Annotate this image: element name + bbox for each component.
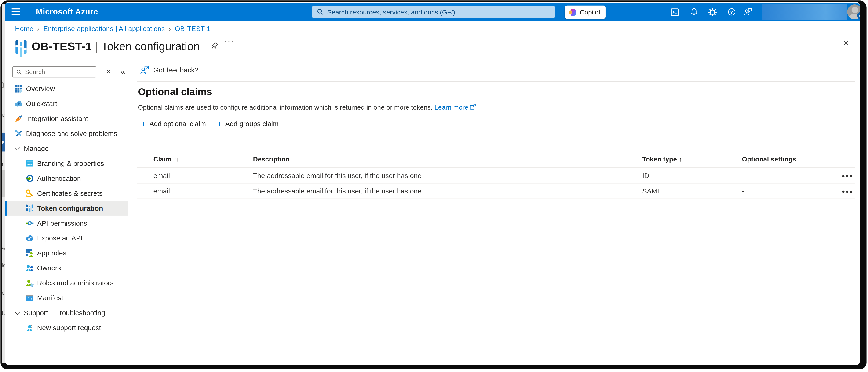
- sort-arrows-icon: ↑↓: [679, 156, 684, 162]
- sidebar-nav: Overview Quickstart: [11, 81, 128, 335]
- svg-text:{ }: { }: [27, 297, 32, 301]
- sidebar-item-overview[interactable]: Overview: [11, 81, 128, 96]
- sidebar-item-authentication[interactable]: Authentication: [11, 171, 128, 186]
- blade-content: Got feedback? Optional claims Optional c…: [137, 2, 856, 365]
- command-bar: + Add optional claim + Add groups claim: [141, 120, 279, 128]
- column-header-description[interactable]: Description: [253, 156, 289, 163]
- cell-optional-settings: -: [742, 172, 744, 180]
- title-separator: |: [95, 40, 98, 52]
- search-icon: [16, 69, 22, 75]
- optional-claims-heading: Optional claims: [138, 86, 212, 98]
- row-context-menu-icon[interactable]: ●●●: [840, 186, 855, 197]
- sidebar-item-label: Integration assistant: [26, 115, 88, 123]
- cell-token-type: ID: [642, 172, 649, 180]
- sidebar-item-label: Manifest: [37, 294, 63, 302]
- plus-icon: +: [141, 120, 146, 128]
- got-feedback-button[interactable]: Got feedback?: [140, 65, 198, 74]
- column-header-optional-settings[interactable]: Optional settings: [742, 156, 796, 163]
- cloud-gear-icon: [26, 234, 34, 242]
- support-person-icon: [26, 324, 34, 332]
- sidebar-item-owners[interactable]: Owners: [11, 261, 128, 275]
- sidebar-item-token-configuration[interactable]: Token configuration: [5, 201, 128, 216]
- chevron-down-icon: [15, 145, 20, 150]
- breadcrumb-home-link[interactable]: Home: [15, 25, 33, 32]
- screenshot-stage: or as t & lo on ta Microsoft Azure: [0, 0, 868, 372]
- browser-www-icon: www: [26, 159, 34, 168]
- sidebar-item-label: Quickstart: [26, 100, 57, 107]
- add-groups-claim-button[interactable]: + Add groups claim: [217, 120, 278, 128]
- cell-claim: email: [153, 188, 170, 195]
- hamburger-menu-icon[interactable]: [9, 6, 24, 18]
- column-header-token-type[interactable]: Token type↑↓: [642, 156, 684, 163]
- azure-brand[interactable]: Microsoft Azure: [36, 7, 98, 16]
- sidebar-search-clear-icon[interactable]: ×: [104, 67, 114, 77]
- api-permissions-icon: [26, 219, 34, 227]
- sidebar-item-integration-assistant[interactable]: Integration assistant: [11, 111, 128, 126]
- sidebar-item-label: Owners: [37, 264, 61, 272]
- sidebar-item-label: Overview: [26, 85, 55, 93]
- sidebar-item-manifest[interactable]: { } Manifest: [11, 290, 128, 305]
- sidebar-section-manage[interactable]: Manage: [11, 141, 128, 156]
- sidebar-collapse-icon[interactable]: «: [118, 66, 128, 76]
- sidebar-item-roles-administrators[interactable]: Roles and administrators: [11, 275, 128, 291]
- sidebar-search-input[interactable]: [25, 68, 96, 75]
- sidebar-item-label: Certificates & secrets: [37, 190, 102, 197]
- sidebar-item-diagnose[interactable]: Diagnose and solve problems: [11, 126, 128, 141]
- cell-token-type: SAML: [642, 188, 661, 195]
- chevron-down-icon: [15, 309, 20, 314]
- column-header-claim[interactable]: Claim↑↓: [153, 156, 179, 163]
- sidebar-item-api-permissions[interactable]: API permissions: [11, 216, 128, 231]
- person-cube-icon: [26, 279, 34, 287]
- sidebar-item-branding-properties[interactable]: www Branding & properties: [11, 156, 128, 171]
- sidebar-item-label: New support request: [37, 324, 101, 332]
- table-row[interactable]: email The addressable email for this use…: [137, 184, 855, 199]
- sidebar-item-label: App roles: [37, 249, 66, 257]
- sidebar-section-label: Support + Troubleshooting: [24, 309, 105, 316]
- cell-description: The addressable email for this user, if …: [253, 172, 422, 180]
- sidebar-item-certificates-secrets[interactable]: Certificates & secrets: [11, 186, 128, 201]
- azure-portal-window: Microsoft Azure Copilot: [5, 2, 860, 365]
- sidebar-item-label: Expose an API: [37, 234, 83, 242]
- got-feedback-label: Got feedback?: [153, 66, 198, 74]
- got-feedback-icon: [140, 65, 150, 74]
- content-divider: [137, 81, 855, 82]
- optional-claims-description: Optional claims are used to configure ad…: [138, 103, 476, 111]
- token-sliders-icon: [26, 204, 34, 212]
- sidebar-item-label: Diagnose and solve problems: [26, 130, 117, 137]
- sidebar-item-quickstart[interactable]: Quickstart: [11, 96, 128, 111]
- learn-more-link[interactable]: Learn more: [434, 103, 468, 111]
- token-configuration-blade-icon: [16, 39, 28, 58]
- cell-claim: email: [153, 172, 170, 180]
- table-row[interactable]: email The addressable email for this use…: [137, 168, 855, 183]
- claims-table-header: Claim↑↓ Description Token type↑↓ Optiona…: [137, 152, 855, 168]
- add-optional-claim-button[interactable]: + Add optional claim: [141, 120, 206, 128]
- row-context-menu-icon[interactable]: ●●●: [840, 170, 855, 181]
- sidebar-item-label: API permissions: [37, 219, 87, 227]
- sidebar-section-support-troubleshooting[interactable]: Support + Troubleshooting: [11, 305, 128, 320]
- cell-optional-settings: -: [742, 188, 744, 195]
- breadcrumb-separator: ›: [37, 25, 39, 32]
- plus-icon: +: [217, 120, 222, 128]
- sidebar-search-box[interactable]: [12, 66, 96, 77]
- sidebar-item-label: Token configuration: [37, 204, 103, 212]
- sidebar-item-expose-an-api[interactable]: Expose an API: [11, 231, 128, 245]
- two-people-icon: [26, 264, 34, 272]
- sidebar-item-new-support-request[interactable]: New support request: [11, 320, 128, 335]
- app-name: OB-TEST-1: [32, 40, 92, 52]
- cell-description: The addressable email for this user, if …: [253, 188, 422, 195]
- cloud-lightning-icon: [14, 100, 23, 108]
- code-window-icon: { }: [26, 294, 34, 302]
- sign-in-icon: [26, 174, 34, 182]
- background-refresh-icon-fragment: [2, 82, 4, 88]
- sidebar-item-label: Roles and administrators: [37, 279, 114, 287]
- background-fragment: t: [2, 162, 3, 168]
- external-link-icon: [470, 103, 476, 110]
- crossed-tools-icon: [14, 130, 23, 138]
- sidebar-item-app-roles[interactable]: App roles: [11, 245, 128, 261]
- key-icon: [26, 189, 34, 197]
- sort-arrows-icon: ↑↓: [174, 156, 178, 162]
- rocket-icon: [14, 114, 23, 123]
- grid-person-icon: [26, 249, 34, 257]
- table-header-divider: [137, 167, 855, 168]
- sidebar-item-label: Branding & properties: [37, 160, 104, 167]
